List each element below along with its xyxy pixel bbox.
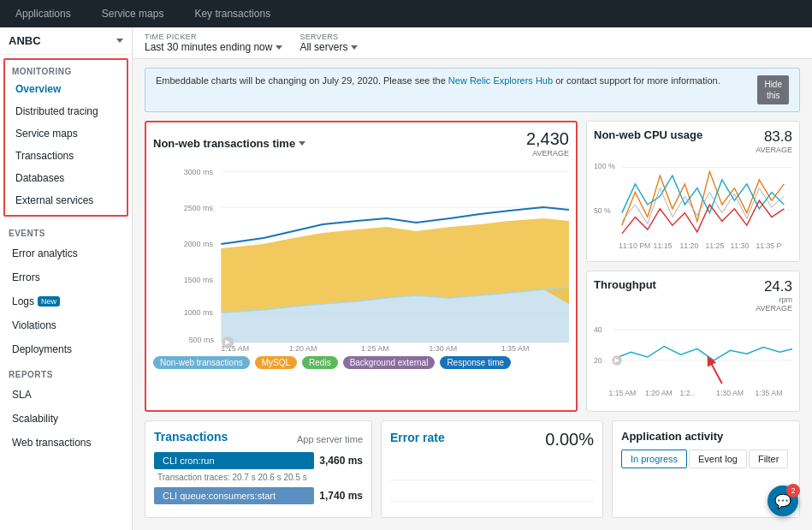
chart-header: Non-web transactions time 2,430 AVERAGE — [153, 129, 569, 158]
sidebar-item-databases[interactable]: Databases — [5, 167, 127, 189]
sidebar-item-error-analytics[interactable]: Error analytics — [0, 241, 132, 265]
svg-text:1:30 AM: 1:30 AM — [429, 344, 457, 351]
time-picker-group[interactable]: TIME PICKER Last 30 minutes ending now — [145, 33, 282, 53]
chart-svg-area: 3000 ms 2500 ms 2000 ms 1500 ms 1000 ms … — [153, 163, 569, 351]
throughput-chart-header: Throughput 24.3 rpm AVERAGE — [594, 278, 792, 313]
chat-bubble[interactable]: 💬 2 — [768, 485, 798, 516]
transaction-row-1: CLI queue:consumers:start 1,740 ms — [154, 487, 363, 504]
cpu-chart: Non-web CPU usage 83.8 AVERAGE 100 % 50 … — [586, 121, 800, 262]
main-content: TIME PICKER Last 30 minutes ending now S… — [133, 27, 812, 530]
legend-non-web[interactable]: Non-web transactions — [153, 356, 250, 369]
svg-text:1:20 AM: 1:20 AM — [289, 344, 317, 351]
svg-text:20: 20 — [594, 356, 602, 365]
legend-background-external[interactable]: Background external — [343, 356, 436, 369]
sidebar-item-web-transactions[interactable]: Web transactions — [0, 431, 132, 455]
svg-text:1:25 AM: 1:25 AM — [361, 344, 389, 351]
sidebar-item-errors[interactable]: Errors — [0, 265, 132, 289]
legend-response-time[interactable]: Response time — [440, 356, 511, 369]
activity-tab-event-log[interactable]: Event log — [689, 450, 747, 468]
svg-text:2500 ms: 2500 ms — [184, 204, 214, 212]
throughput-chart-svg: 40 20 1:15 AM — [594, 316, 792, 402]
svg-text:1500 ms: 1500 ms — [184, 276, 214, 284]
svg-text:3000 ms: 3000 ms — [184, 168, 214, 176]
sidebar-item-overview[interactable]: Overview — [5, 78, 127, 100]
transactions-title[interactable]: Transactions — [154, 430, 228, 444]
svg-text:1:35 AM: 1:35 AM — [756, 390, 783, 398]
chart-title-chevron-icon — [299, 141, 305, 146]
sub-header: TIME PICKER Last 30 minutes ending now S… — [133, 27, 812, 59]
svg-text:100 %: 100 % — [594, 162, 615, 170]
sidebar-item-sla[interactable]: SLA — [0, 383, 132, 407]
nav-item-service-maps[interactable]: Service maps — [95, 0, 171, 27]
bottom-section: Transactions App server time CLI cron:ru… — [145, 420, 800, 518]
svg-text:11:25: 11:25 — [706, 241, 725, 250]
activity-tabs: In progress Event log Filter — [621, 450, 791, 468]
servers-group[interactable]: SERVERS All servers — [299, 33, 358, 53]
time-picker-chevron-icon — [276, 45, 282, 50]
chart-title[interactable]: Non-web transactions time — [153, 137, 305, 150]
svg-text:11:30: 11:30 — [731, 241, 750, 250]
sidebar-item-distributed-tracing[interactable]: Distributed tracing — [5, 100, 127, 122]
monitoring-group: MONITORING Overview Distributed tracing … — [3, 58, 128, 217]
cpu-chart-svg: 100 % 50 % 11:10 PM 11:15 11:20 11:2 — [594, 158, 792, 252]
sidebar-item-transactions[interactable]: Transactions — [5, 145, 127, 167]
activity-tab-filter[interactable]: Filter — [749, 450, 788, 468]
cpu-chart-avg: 83.8 AVERAGE — [756, 128, 792, 154]
svg-text:11:35 P: 11:35 P — [756, 241, 781, 250]
svg-text:1:2..: 1:2.. — [680, 390, 695, 398]
cpu-chart-header: Non-web CPU usage 83.8 AVERAGE — [594, 128, 792, 154]
svg-text:1:20 AM: 1:20 AM — [645, 390, 673, 398]
svg-text:11:20: 11:20 — [680, 241, 699, 250]
servers-label: SERVERS — [299, 33, 358, 41]
hide-button[interactable]: Hidethis — [757, 75, 789, 104]
main-chart-svg: 3000 ms 2500 ms 2000 ms 1500 ms 1000 ms … — [153, 163, 569, 351]
svg-text:50 %: 50 % — [594, 206, 611, 215]
chat-badge: 2 — [786, 484, 800, 497]
svg-text:500 ms: 500 ms — [189, 336, 215, 344]
sidebar-item-external-services[interactable]: External services — [5, 189, 127, 211]
tx-value-0: 3,460 ms — [319, 455, 363, 467]
sidebar-item-logs[interactable]: Logs New — [0, 289, 132, 313]
sidebar-item-violations[interactable]: Violations — [0, 313, 132, 337]
error-rate-chart-svg — [390, 455, 594, 506]
main-chart: Non-web transactions time 2,430 AVERAGE … — [145, 121, 578, 412]
svg-text:1:15 AM: 1:15 AM — [608, 390, 636, 398]
throughput-chart-title: Throughput — [594, 278, 656, 291]
nav-item-applications[interactable]: Applications — [9, 0, 78, 27]
throughput-chart: Throughput 24.3 rpm AVERAGE 40 20 — [586, 271, 800, 412]
tx-name-1[interactable]: CLI queue:consumers:start — [154, 487, 314, 504]
alert-text: Embeddable charts will be changing on Ju… — [156, 75, 720, 86]
svg-text:2000 ms: 2000 ms — [184, 240, 214, 248]
tx-traces-0: Transaction traces: 20.7 s 20.6 s 20.5 s — [157, 473, 363, 482]
activity-title: Application activity — [621, 430, 791, 443]
tx-name-0[interactable]: CLI cron:run — [154, 452, 314, 469]
chart-avg: 2,430 AVERAGE — [526, 129, 569, 158]
sidebar-item-deployments[interactable]: Deployments — [0, 337, 132, 361]
legend-mysql[interactable]: MySQL — [255, 356, 297, 369]
svg-text:1:35 AM: 1:35 AM — [501, 344, 530, 351]
time-picker-value[interactable]: Last 30 minutes ending now — [145, 41, 282, 53]
top-navigation: Applications Service maps Key transactio… — [0, 0, 812, 27]
alert-link[interactable]: New Relic Explorers Hub — [448, 75, 553, 86]
chart-legend: Non-web transactions MySQL Redis Backgro… — [153, 356, 569, 369]
sidebar: ANBC MONITORING Overview Distributed tra… — [0, 27, 133, 530]
activity-tab-in-progress[interactable]: In progress — [621, 450, 687, 468]
sidebar-item-service-maps[interactable]: Service maps — [5, 122, 127, 145]
cpu-chart-title: Non-web CPU usage — [594, 128, 702, 141]
svg-text:1:30 AM: 1:30 AM — [716, 390, 744, 398]
svg-text:11:15: 11:15 — [654, 241, 673, 250]
events-section-label: EVENTS — [0, 220, 132, 241]
svg-text:11:10 PM: 11:10 PM — [619, 241, 650, 250]
legend-redis[interactable]: Redis — [302, 356, 338, 369]
nav-item-key-transactions[interactable]: Key transactions — [187, 0, 277, 27]
error-rate-value: 0.00% — [545, 430, 594, 450]
transaction-row-0: CLI cron:run 3,460 ms — [154, 452, 363, 469]
charts-right: Non-web CPU usage 83.8 AVERAGE 100 % 50 … — [586, 121, 800, 412]
svg-text:1000 ms: 1000 ms — [184, 308, 214, 317]
app-header[interactable]: ANBC — [0, 27, 132, 55]
svg-line-35 — [709, 360, 722, 384]
transactions-panel: Transactions App server time CLI cron:ru… — [145, 420, 372, 518]
svg-text:40: 40 — [594, 325, 602, 334]
sidebar-item-scalability[interactable]: Scalability — [0, 407, 132, 431]
servers-value[interactable]: All servers — [299, 41, 358, 53]
